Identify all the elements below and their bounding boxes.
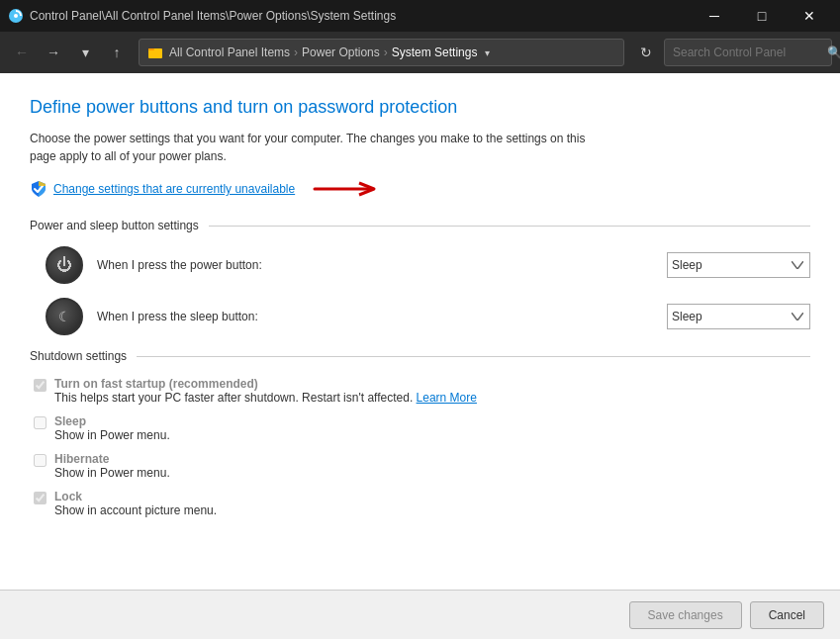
power-button-setting: When I press the power button: Sleep Hib… [30, 246, 810, 284]
hibernate-checkbox[interactable] [34, 454, 47, 467]
search-icon: 🔍 [827, 46, 840, 59]
minimize-button[interactable]: ─ [692, 0, 737, 32]
sleep-title: Sleep [54, 414, 170, 428]
cancel-button[interactable]: Cancel [750, 601, 824, 629]
sleep-checkbox[interactable] [34, 416, 47, 429]
breadcrumb-power-options[interactable]: Power Options [302, 46, 380, 59]
page-title: Define power buttons and turn on passwor… [30, 97, 810, 118]
sleep-button-setting: When I press the sleep button: Sleep Hib… [30, 298, 810, 335]
power-button-dropdown[interactable]: Sleep Hibernate Shut down Turn off the d… [667, 252, 810, 278]
recent-button[interactable]: ▾ [71, 39, 99, 66]
fast-startup-item: Turn on fast startup (recommended) This … [30, 377, 810, 405]
fast-startup-checkbox[interactable] [34, 379, 47, 392]
forward-button[interactable]: → [40, 39, 67, 66]
svg-rect-3 [148, 48, 154, 50]
breadcrumb-system-settings: System Settings [392, 46, 478, 59]
lock-desc: Show in account picture menu. [54, 503, 217, 517]
shutdown-section-header: Shutdown settings [30, 349, 810, 363]
breadcrumb-all-items[interactable]: All Control Panel Items [169, 46, 290, 59]
power-sleep-section-header: Power and sleep button settings [30, 219, 810, 232]
hibernate-item: Hibernate Show in Power menu. [30, 452, 810, 480]
titlebar: Control Panel\All Control Panel Items\Po… [0, 0, 840, 32]
footer: Save changes Cancel [0, 590, 840, 639]
power-button-label: When I press the power button: [97, 258, 653, 272]
main-content: Define power buttons and turn on passwor… [0, 73, 840, 590]
refresh-button[interactable]: ↻ [632, 39, 660, 66]
window-controls: ─ □ ✕ [692, 0, 832, 32]
sleep-button-dropdown[interactable]: Sleep Hibernate Shut down Turn off the d… [667, 304, 810, 329]
shutdown-section: Shutdown settings Turn on fast startup (… [30, 349, 810, 517]
window-title: Control Panel\All Control Panel Items\Po… [30, 9, 692, 23]
save-button[interactable]: Save changes [629, 601, 742, 629]
sleep-shutdown-item: Sleep Show in Power menu. [30, 414, 810, 442]
close-button[interactable]: ✕ [787, 0, 832, 32]
hibernate-title: Hibernate [54, 452, 170, 466]
lock-title: Lock [54, 490, 217, 503]
address-bar[interactable]: All Control Panel Items › Power Options … [139, 39, 624, 66]
navbar: ← → ▾ ↑ All Control Panel Items › Power … [0, 32, 840, 73]
address-dropdown-button[interactable]: ▾ [477, 39, 497, 66]
change-settings-row: Change settings that are currently unava… [30, 179, 810, 199]
power-icon [46, 246, 83, 284]
svg-point-1 [14, 14, 18, 18]
app-icon [8, 8, 24, 24]
fast-startup-desc: This helps start your PC faster after sh… [54, 391, 477, 405]
sleep-button-label: When I press the sleep button: [97, 310, 653, 323]
folder-icon [147, 45, 163, 60]
hibernate-desc: Show in Power menu. [54, 466, 170, 480]
red-arrow-indicator [305, 179, 384, 199]
lock-item: Lock Show in account picture menu. [30, 490, 810, 517]
fast-startup-title: Turn on fast startup (recommended) [54, 377, 477, 391]
lock-checkbox[interactable] [34, 492, 47, 504]
shield-icon [30, 180, 47, 198]
sleep-icon [46, 298, 83, 335]
maximize-button[interactable]: □ [739, 0, 785, 32]
back-button[interactable]: ← [8, 39, 36, 66]
up-button[interactable]: ↑ [103, 39, 131, 66]
page-description: Choose the power settings that you want … [30, 130, 604, 165]
sleep-desc: Show in Power menu. [54, 428, 170, 442]
learn-more-link[interactable]: Learn More [417, 391, 477, 405]
change-settings-link[interactable]: Change settings that are currently unava… [53, 182, 295, 196]
search-box[interactable]: 🔍 [664, 39, 832, 66]
search-input[interactable] [673, 46, 821, 59]
